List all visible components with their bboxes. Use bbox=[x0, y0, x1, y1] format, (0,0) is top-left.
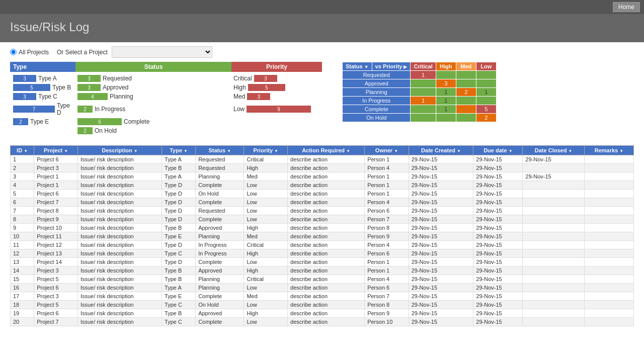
table-cell: 29-Nov-15 bbox=[473, 224, 523, 232]
table-cell bbox=[523, 181, 585, 190]
table-cell: 29-Nov-15 bbox=[473, 266, 523, 275]
matrix-cell bbox=[411, 114, 436, 122]
controls-bar: All Projects Or Select a Project bbox=[0, 42, 644, 62]
table-row: 4Project 1Issue/ risk descriptionType DC… bbox=[11, 181, 634, 190]
table-cell: Issue/ risk description bbox=[77, 318, 162, 326]
table-cell bbox=[584, 224, 633, 232]
table-cell: Project 6 bbox=[34, 155, 78, 164]
table-cell: 4 bbox=[11, 181, 34, 190]
table-cell: Type B bbox=[162, 266, 196, 275]
table-cell: describe action bbox=[288, 292, 365, 301]
table-header[interactable]: Owner ▼ bbox=[365, 146, 409, 155]
table-row: 16Project 6Issue/ risk descriptionType A… bbox=[11, 284, 634, 292]
table-cell: Issue/ risk description bbox=[77, 172, 162, 181]
table-cell: 29-Nov-15 bbox=[409, 172, 473, 181]
table-cell: 6 bbox=[11, 198, 34, 207]
table-cell: 17 bbox=[11, 292, 34, 301]
table-cell: High bbox=[244, 164, 288, 172]
matrix-cell bbox=[476, 97, 496, 105]
sort-icon: ▼ bbox=[134, 149, 138, 153]
all-projects-label: All Projects bbox=[19, 49, 49, 56]
table-cell: 29-Nov-15 bbox=[409, 207, 473, 215]
table-row: 12Project 13Issue/ risk descriptionType … bbox=[11, 249, 634, 258]
table-row: 15Project 5Issue/ risk descriptionType B… bbox=[11, 275, 634, 284]
table-cell: Low bbox=[244, 318, 288, 326]
table-header[interactable]: Due date ▼ bbox=[473, 146, 523, 155]
table-cell: Issue/ risk description bbox=[77, 198, 162, 207]
table-cell bbox=[584, 258, 633, 266]
table-cell: describe action bbox=[288, 232, 365, 241]
table-header[interactable]: ID ▼ bbox=[11, 146, 34, 155]
table-row: 10Project 11Issue/ risk descriptionType … bbox=[11, 232, 634, 241]
project-dropdown[interactable] bbox=[112, 46, 212, 58]
table-cell: 29-Nov-15 bbox=[409, 224, 473, 232]
table-cell bbox=[584, 266, 633, 275]
table-header[interactable]: Remarks ▼ bbox=[584, 146, 633, 155]
table-cell: Issue/ risk description bbox=[77, 190, 162, 198]
matrix-row-label: On Hold bbox=[343, 114, 411, 122]
table-row: 20Project 7Issue/ risk descriptionType C… bbox=[11, 318, 634, 326]
table-row: 14Project 3Issue/ risk descriptionType B… bbox=[11, 266, 634, 275]
table-cell: Person 1 bbox=[365, 258, 409, 266]
table-cell bbox=[523, 292, 585, 301]
table-row: 8Project 9Issue/ risk descriptionType DC… bbox=[11, 215, 634, 224]
table-row: 5Project 6Issue/ risk descriptionType DO… bbox=[11, 190, 634, 198]
table-cell: Complete bbox=[196, 181, 244, 190]
table-cell: 10 bbox=[11, 232, 34, 241]
table-cell: 29-Nov-15 bbox=[409, 215, 473, 224]
home-button[interactable]: Home bbox=[613, 2, 640, 12]
table-cell: 14 bbox=[11, 266, 34, 275]
type-e-bar: 2 bbox=[13, 118, 28, 125]
table-header[interactable]: Date Closed ▼ bbox=[523, 146, 585, 155]
matrix-cell: 2 bbox=[456, 88, 476, 97]
left-chart: Type Status Priority 3 Type A 3 Requeste… bbox=[10, 62, 322, 135]
matrix-cell bbox=[456, 105, 476, 114]
type-d-label: 7 Type D bbox=[10, 101, 75, 117]
table-row: 2Project 3Issue/ risk descriptionType BR… bbox=[11, 164, 634, 172]
type-c-label: 3 Type C bbox=[10, 92, 75, 101]
matrix-cell bbox=[456, 71, 476, 79]
all-projects-radio[interactable] bbox=[10, 49, 17, 55]
table-cell bbox=[584, 181, 633, 190]
table-cell: Complete bbox=[196, 258, 244, 266]
table-cell bbox=[584, 292, 633, 301]
table-cell: Issue/ risk description bbox=[77, 309, 162, 318]
table-header[interactable]: Status ▼ bbox=[196, 146, 244, 155]
table-cell bbox=[584, 232, 633, 241]
priority-med-bar: 3 bbox=[247, 93, 270, 100]
table-header[interactable]: Project ▼ bbox=[34, 146, 78, 155]
table-cell: 16 bbox=[11, 284, 34, 292]
table-header[interactable]: Type ▼ bbox=[162, 146, 196, 155]
table-cell: Project 1 bbox=[34, 172, 78, 181]
table-cell: 29-Nov-15 bbox=[409, 164, 473, 172]
matrix-row-label: Complete bbox=[343, 105, 411, 114]
table-header[interactable]: Description ▼ bbox=[77, 146, 162, 155]
matrix-high-header: High bbox=[436, 62, 456, 71]
table-header[interactable]: Action Required ▼ bbox=[288, 146, 365, 155]
table-cell bbox=[584, 275, 633, 284]
table-cell: Issue/ risk description bbox=[77, 164, 162, 172]
table-cell bbox=[523, 241, 585, 249]
table-row: 11Project 12Issue/ risk descriptionType … bbox=[11, 241, 634, 249]
all-projects-radio-label[interactable]: All Projects bbox=[10, 49, 49, 56]
table-cell: Complete bbox=[196, 198, 244, 207]
table-cell: Issue/ risk description bbox=[77, 155, 162, 164]
matrix-cell bbox=[436, 114, 456, 122]
table-cell: Project 14 bbox=[34, 258, 78, 266]
table-cell: Project 8 bbox=[34, 207, 78, 215]
table-cell: Type B bbox=[162, 224, 196, 232]
table-cell bbox=[523, 318, 585, 326]
table-cell: 15 bbox=[11, 275, 34, 284]
table-cell: Med bbox=[244, 172, 288, 181]
table-cell: 29-Nov-15 bbox=[473, 241, 523, 249]
table-header[interactable]: Date Created ▼ bbox=[409, 146, 473, 155]
status-complete-label: 6 Complete bbox=[75, 117, 231, 126]
table-cell bbox=[584, 215, 633, 224]
table-row: 19Project 6Issue/ risk descriptionType B… bbox=[11, 309, 634, 318]
table-cell bbox=[523, 207, 585, 215]
table-row: 1Project 6Issue/ risk descriptionType AR… bbox=[11, 155, 634, 164]
table-header[interactable]: Priority ▼ bbox=[244, 146, 288, 155]
matrix-cell: 1 bbox=[436, 105, 456, 114]
table-cell: Person 1 bbox=[365, 155, 409, 164]
table-cell: Low bbox=[244, 284, 288, 292]
